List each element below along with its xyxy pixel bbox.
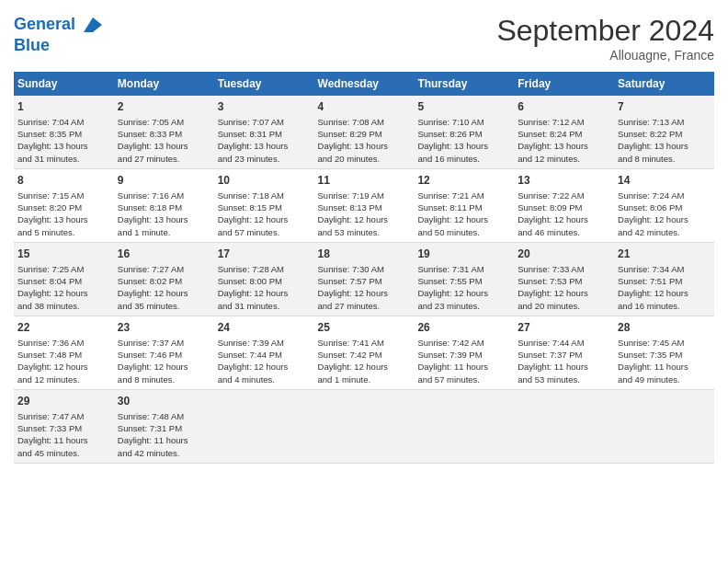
sunset-text: Sunset: 8:00 PM	[218, 276, 282, 286]
sunset-text: Sunset: 7:57 PM	[318, 276, 382, 286]
sunset-text: Sunset: 8:04 PM	[17, 276, 82, 286]
daylight-minutes: and 46 minutes.	[518, 227, 580, 237]
sunrise-text: Sunrise: 7:31 AM	[417, 264, 483, 274]
daylight-minutes: and 4 minutes.	[218, 374, 275, 385]
sunset-text: Sunset: 8:15 PM	[218, 202, 282, 213]
sunrise-text: Sunrise: 7:07 AM	[218, 117, 284, 127]
calendar-cell: 17Sunrise: 7:28 AMSunset: 8:00 PMDayligh…	[214, 242, 314, 316]
daylight-text: Daylight: 12 hours	[218, 288, 289, 298]
daylight-minutes: and 49 minutes.	[618, 374, 680, 385]
daylight-text: Daylight: 13 hours	[118, 141, 188, 151]
day-number: 29	[17, 394, 110, 409]
day-number: 20	[518, 247, 610, 262]
daylight-text: Daylight: 12 hours	[318, 362, 389, 372]
day-number: 12	[417, 173, 510, 189]
sunset-text: Sunset: 7:33 PM	[17, 423, 82, 433]
daylight-minutes: and 38 minutes.	[17, 301, 80, 311]
calendar-cell: 11Sunrise: 7:19 AMSunset: 8:13 PMDayligh…	[314, 168, 415, 242]
sunset-text: Sunset: 7:55 PM	[417, 276, 482, 286]
daylight-minutes: and 42 minutes.	[618, 227, 680, 237]
logo-text: General Blue	[14, 14, 104, 55]
sunrise-text: Sunrise: 7:12 AM	[518, 117, 584, 127]
day-number: 28	[618, 320, 711, 336]
sunrise-text: Sunrise: 7:33 AM	[518, 264, 584, 274]
daylight-minutes: and 12 minutes.	[518, 154, 580, 164]
daylight-text: Daylight: 12 hours	[318, 214, 389, 224]
col-thursday: Thursday	[414, 72, 514, 96]
location: Allouagne, France	[496, 48, 714, 63]
day-number: 7	[618, 99, 711, 115]
daylight-text: Daylight: 13 hours	[218, 141, 289, 151]
daylight-minutes: and 45 minutes.	[17, 448, 80, 458]
daylight-text: Daylight: 12 hours	[218, 214, 289, 224]
sunrise-text: Sunrise: 7:45 AM	[618, 338, 684, 348]
col-wednesday: Wednesday	[314, 72, 415, 96]
calendar-row: 15Sunrise: 7:25 AMSunset: 8:04 PMDayligh…	[14, 242, 714, 316]
daylight-minutes: and 23 minutes.	[218, 154, 280, 164]
logo: General Blue	[14, 14, 104, 55]
daylight-minutes: and 8 minutes.	[118, 374, 175, 385]
daylight-minutes: and 57 minutes.	[417, 374, 480, 385]
sunrise-text: Sunrise: 7:28 AM	[218, 264, 284, 274]
daylight-text: Daylight: 11 hours	[118, 435, 188, 445]
logo-icon	[82, 14, 104, 36]
sunrise-text: Sunrise: 7:19 AM	[318, 190, 384, 201]
calendar-cell: 25Sunrise: 7:41 AMSunset: 7:42 PMDayligh…	[314, 316, 415, 389]
sunrise-text: Sunrise: 7:04 AM	[17, 117, 84, 127]
calendar-cell: 14Sunrise: 7:24 AMSunset: 8:06 PMDayligh…	[614, 168, 714, 242]
daylight-text: Daylight: 11 hours	[518, 362, 588, 372]
header-row: Sunday Monday Tuesday Wednesday Thursday…	[14, 72, 714, 96]
calendar-table: Sunday Monday Tuesday Wednesday Thursday…	[14, 72, 714, 464]
day-number: 25	[318, 320, 411, 336]
calendar-cell: 16Sunrise: 7:27 AMSunset: 8:02 PMDayligh…	[114, 242, 214, 316]
daylight-minutes: and 16 minutes.	[618, 301, 680, 311]
day-number: 30	[118, 394, 210, 409]
daylight-text: Daylight: 13 hours	[618, 141, 688, 151]
sunrise-text: Sunrise: 7:27 AM	[118, 264, 184, 274]
daylight-text: Daylight: 13 hours	[17, 214, 88, 224]
sunset-text: Sunset: 8:13 PM	[318, 202, 382, 213]
daylight-text: Daylight: 12 hours	[118, 288, 188, 298]
sunrise-text: Sunrise: 7:48 AM	[118, 411, 184, 421]
sunset-text: Sunset: 8:09 PM	[518, 202, 582, 213]
daylight-text: Daylight: 13 hours	[118, 214, 188, 224]
sunrise-text: Sunrise: 7:22 AM	[518, 190, 584, 201]
daylight-minutes: and 57 minutes.	[218, 227, 280, 237]
daylight-text: Daylight: 11 hours	[17, 435, 88, 445]
calendar-cell: 20Sunrise: 7:33 AMSunset: 7:53 PMDayligh…	[514, 242, 614, 316]
sunrise-text: Sunrise: 7:37 AM	[118, 338, 184, 348]
calendar-cell: 4Sunrise: 7:08 AMSunset: 8:29 PMDaylight…	[314, 96, 415, 168]
col-friday: Friday	[514, 72, 614, 96]
calendar-cell: 8Sunrise: 7:15 AMSunset: 8:20 PMDaylight…	[14, 168, 114, 242]
sunset-text: Sunset: 8:31 PM	[218, 129, 282, 139]
sunset-text: Sunset: 7:35 PM	[618, 350, 682, 360]
sunrise-text: Sunrise: 7:36 AM	[17, 338, 84, 348]
sunset-text: Sunset: 8:26 PM	[417, 129, 482, 139]
day-number: 24	[218, 320, 311, 336]
day-number: 16	[118, 247, 210, 262]
calendar-cell: 18Sunrise: 7:30 AMSunset: 7:57 PMDayligh…	[314, 242, 415, 316]
sunset-text: Sunset: 7:48 PM	[17, 350, 82, 360]
daylight-text: Daylight: 12 hours	[417, 288, 488, 298]
sunset-text: Sunset: 8:02 PM	[118, 276, 182, 286]
sunset-text: Sunset: 8:35 PM	[17, 129, 82, 139]
daylight-minutes: and 12 minutes.	[17, 374, 80, 385]
calendar-cell: 30Sunrise: 7:48 AMSunset: 7:31 PMDayligh…	[114, 389, 214, 463]
daylight-text: Daylight: 12 hours	[118, 362, 188, 372]
calendar-cell: 22Sunrise: 7:36 AMSunset: 7:48 PMDayligh…	[14, 316, 114, 389]
sunrise-text: Sunrise: 7:42 AM	[417, 338, 483, 348]
calendar-cell: 10Sunrise: 7:18 AMSunset: 8:15 PMDayligh…	[214, 168, 314, 242]
sunset-text: Sunset: 7:31 PM	[118, 423, 182, 433]
sunset-text: Sunset: 7:39 PM	[417, 350, 482, 360]
calendar-cell: 26Sunrise: 7:42 AMSunset: 7:39 PMDayligh…	[414, 316, 514, 389]
sunrise-text: Sunrise: 7:15 AM	[17, 190, 84, 201]
day-number: 17	[218, 247, 311, 262]
calendar-cell	[514, 389, 614, 463]
day-number: 22	[17, 320, 110, 336]
calendar-row: 8Sunrise: 7:15 AMSunset: 8:20 PMDaylight…	[14, 168, 714, 242]
col-tuesday: Tuesday	[214, 72, 314, 96]
daylight-text: Daylight: 11 hours	[417, 362, 488, 372]
col-monday: Monday	[114, 72, 214, 96]
sunset-text: Sunset: 8:33 PM	[118, 129, 182, 139]
header: General Blue September 2024 Allouagne, F…	[14, 14, 714, 63]
